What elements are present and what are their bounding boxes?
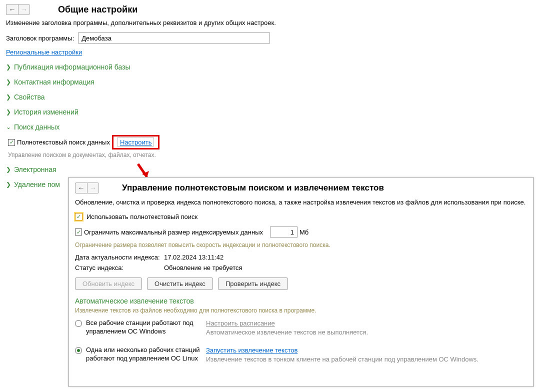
data-search-hint: Управление поиском в документах, файлах,… (8, 152, 530, 158)
chevron-right-icon: ❯ (6, 108, 11, 116)
section-properties[interactable]: ❯ Свойства (6, 93, 530, 101)
fulltext-search-label: Полнотекстовый поиск данных (17, 138, 110, 146)
configure-link[interactable]: Настроить (118, 138, 154, 147)
fulltext-dialog: ← → Управление полнотекстовым поиском и … (68, 177, 534, 200)
chevron-down-icon: ⌄ (6, 124, 11, 130)
page-title: Общие настройки (58, 4, 138, 15)
chevron-right-icon: ❯ (6, 181, 11, 188)
section-data-search-label: Поиск данных (14, 123, 60, 131)
regional-settings-link[interactable]: Региональные настройки (6, 48, 82, 56)
page-subtitle: Изменение заголовка программы, дополните… (6, 19, 530, 26)
dialog-title: Управление полнотекстовым поиском и извл… (122, 183, 384, 193)
dialog-back-button[interactable]: ← (75, 182, 87, 194)
chevron-right-icon: ❯ (6, 166, 11, 173)
back-button[interactable]: ← (6, 4, 18, 15)
section-deletion-label: Удаление пом (14, 180, 60, 188)
section-change-history[interactable]: ❯ История изменений (6, 108, 530, 116)
section-publication[interactable]: ❯ Публикация информационной базы (6, 63, 530, 71)
section-contact-info[interactable]: ❯ Контактная информация (6, 78, 530, 86)
chevron-right-icon: ❯ (6, 64, 11, 70)
chevron-right-icon: ❯ (6, 78, 11, 86)
section-email-label: Электронная (14, 166, 56, 174)
program-title-label: Заголовок программы: (6, 34, 74, 42)
fulltext-search-checkbox[interactable]: ✓ (8, 139, 15, 146)
section-publication-label: Публикация информационной базы (14, 63, 130, 71)
section-change-history-label: История изменений (14, 108, 78, 116)
highlight-annotation: Настроить (112, 135, 160, 150)
forward-button[interactable]: → (18, 4, 30, 15)
program-title-input[interactable] (78, 32, 270, 44)
dialog-subtitle: Обновление, очистка и проверка индекса п… (75, 198, 527, 200)
section-data-search[interactable]: ⌄ Поиск данных (6, 123, 530, 131)
section-contact-info-label: Контактная информация (14, 78, 94, 86)
dialog-forward-button[interactable]: → (87, 182, 99, 194)
section-email[interactable]: ❯ Электронная (6, 166, 530, 174)
section-properties-label: Свойства (14, 93, 44, 101)
chevron-right-icon: ❯ (6, 94, 11, 100)
